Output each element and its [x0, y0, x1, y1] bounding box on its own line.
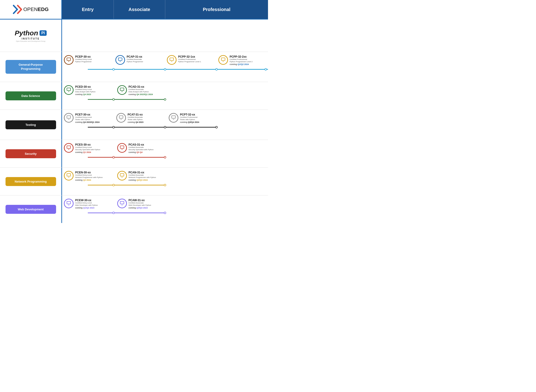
pcep-desc: Certified Entry-LevelPython Programmer [75, 58, 92, 63]
general-purpose-right [62, 19, 268, 52]
pcaw-desc: Certified AssociateWeb Developer with Py… [128, 202, 151, 207]
python-institute-logo: Python PI INSTITUTE Open Education and D… [15, 29, 47, 42]
pcen-desc: Certified Entry-LevelNetwork Programmer … [75, 174, 103, 179]
pcpp2-coming: coming Q1/Q2 2024 [230, 63, 253, 65]
row-security: Security PI PCES-30-xx Certified [0, 140, 268, 168]
testing-certs: PI PCET-30-xx Certified Entry-LevelTeste… [62, 110, 268, 140]
pcat-badge: PI [116, 113, 126, 123]
pcpp2-badge: PI [218, 55, 228, 65]
pcpt-code: PCPT-32-xx [180, 113, 199, 116]
cat-general-label-cell: General-PurposeProgramming [0, 52, 62, 82]
cert-pcpp1: PI PCPP-32-1xx Certified ProfessionalPyt… [165, 55, 217, 65]
pcaw-code: PCAW-31-xx [128, 199, 151, 202]
pcpp1-desc: Certified ProfessionalPython Programmer … [178, 58, 201, 63]
openedg-logo: OPENEDG [13, 5, 48, 14]
row-testing: Testing PI PCET-30-xx Certified E [0, 110, 268, 140]
cert-pcew: PI PCEW-30-xx Certified Entry-LevelWeb D… [62, 199, 115, 209]
pcan-desc: Certified AssociateNetwork Programmer wi… [128, 174, 156, 179]
pcad-desc: Certified AssociateData Analyst with Pyt… [128, 89, 153, 93]
pcad-code: PCAD-31-xx [128, 85, 153, 89]
cat-testing-label: Testing [5, 120, 56, 129]
pcet-code: PCET-30-xx [75, 113, 100, 116]
pcew-code: PCEW-30-xx [75, 199, 98, 202]
pcpt-badge: PI [169, 113, 178, 123]
pces-badge: PI [64, 143, 74, 153]
general-certs: PI PCEP-30-xx Certified Entry-LevelPytho… [62, 52, 268, 82]
institute-subtitle: Open Education and Development Group [15, 40, 47, 42]
cert-pcep: PI PCEP-30-xx Certified Entry-LevelPytho… [62, 55, 114, 65]
row-network: Network Programming PI PCEN-30-xx [0, 168, 268, 196]
app-container: OPENEDG Entry Associate Professional Pyt… [0, 0, 268, 223]
pcew-desc: Certified Entry-LevelWeb Developer with … [75, 202, 98, 207]
institute-label: INSTITUTE [15, 37, 47, 40]
pced-code: PCED-30-xx [75, 85, 96, 89]
pcew-badge: PI [64, 199, 74, 208]
pcen-badge: PI [64, 171, 74, 181]
pcas-code: PCAS-31-xx [128, 143, 154, 146]
general-timeline [62, 67, 268, 71]
cat-datascience-label: Data Science [5, 91, 56, 100]
pcpt-desc: Certified ProfessionalTester with Python [180, 116, 199, 121]
brand-text: OPENEDG [23, 6, 48, 12]
pcen-coming: coming Q2 2024 [75, 179, 103, 181]
cat-web-label: Web Development [5, 205, 56, 214]
pcep-code: PCEP-30-xx [75, 55, 92, 58]
web-certs: PI PCEW-30-xx Certified Entry-LevelWeb D… [62, 196, 268, 223]
cert-pcet: PI PCET-30-xx Certified Entry-LevelTeste… [62, 113, 114, 123]
pcpt-coming: coming Q3/Q4 2024 [180, 121, 199, 123]
cat-network-label: Network Programming [5, 177, 56, 186]
svg-line-1 [14, 9, 17, 13]
brand-edg: EDG [38, 6, 49, 12]
pced-desc: Certified Entry-LevelData Analyst with P… [75, 89, 96, 93]
pcad-coming: coming Q4 2023/Q1 2024 [128, 93, 153, 96]
cert-pcad: PI PCAD-31-xx Certified AssociateData An… [115, 85, 169, 96]
pcat-desc: Certified AssociateTester with Python [128, 116, 143, 121]
python-logo-cell: Python PI INSTITUTE Open Education and D… [0, 19, 62, 52]
pcpp1-code: PCPP-32-1xx [178, 55, 201, 58]
pcpp2-desc: Certified ProfessionalPython Programmer … [230, 58, 253, 63]
datascience-certs: PI PCED-30-xx Certified Entry-LevelData … [62, 82, 268, 110]
pcap-badge: PI [115, 55, 125, 65]
pcan-code: PCAN-31-xx [128, 171, 156, 174]
pcas-badge: PI [117, 143, 127, 153]
brand-open: OPEN [23, 6, 38, 12]
pcan-badge: PI [117, 171, 127, 181]
logo-area: OPENEDG [0, 0, 62, 19]
pcet-desc: Certified Entry-LevelTester with Python [75, 116, 100, 121]
cert-pced: PI PCED-30-xx Certified Entry-LevelData … [62, 85, 115, 96]
cat-web-label-cell: Web Development [0, 196, 62, 223]
pi-badge: PI [39, 30, 47, 36]
cert-pcat: PI PCAT-31-xx Certified AssociateTester … [114, 113, 167, 123]
python-institute-row: Python PI INSTITUTE Open Education and D… [0, 19, 268, 52]
pced-coming: coming Q4 2023 [75, 93, 96, 96]
cert-pcap: PI PCAP-31-xx Certified AssociatePython … [114, 55, 165, 65]
cert-pcas: PI PCAS-31-xx Certified AssociateSecurit… [115, 143, 169, 153]
testing-timeline [62, 125, 268, 129]
cert-pcaw: PI PCAW-31-xx Certified AssociateWeb Dev… [115, 199, 169, 209]
pcpp1-badge: PI [167, 55, 176, 65]
cat-datascience-label-cell: Data Science [0, 82, 62, 110]
pcas-coming: coming Q3 Q4 [128, 151, 154, 153]
row-web: Web Development PI PCEW-30-xx Cer [0, 196, 268, 223]
col-headers: Entry Associate Professional [62, 0, 268, 19]
network-certs: PI PCEN-30-xx Certified Entry-LevelNetwo… [62, 168, 268, 195]
x-logo-mark [13, 5, 22, 14]
cert-pces: PI PCES-30-xx Certified Entry-LevelSecur… [62, 143, 115, 153]
cat-network-label-cell: Network Programming [0, 168, 62, 195]
cert-pcen: PI PCEN-30-xx Certified Entry-LevelNetwo… [62, 171, 115, 181]
pcep-badge: PI [64, 55, 74, 65]
pcen-code: PCEN-30-xx [75, 171, 103, 174]
pcap-desc: Certified AssociatePython Programmer [127, 58, 143, 63]
pcap-code: PCAP-31-xx [127, 55, 143, 58]
security-certs: PI PCES-30-xx Certified Entry-LevelSecur… [62, 140, 268, 168]
security-timeline [62, 155, 268, 159]
pcaw-coming: coming Q3/Q4 2024 [128, 207, 151, 209]
cert-pcan: PI PCAN-31-xx Certified AssociateNetwork… [115, 171, 169, 181]
header: OPENEDG Entry Associate Professional [0, 0, 268, 19]
col-professional-header: Professional [165, 0, 268, 19]
pces-coming: coming Q1 2024 [75, 151, 100, 153]
web-timeline [62, 211, 268, 215]
svg-line-2 [18, 5, 21, 9]
network-timeline [62, 183, 268, 187]
pcan-coming: coming Q2/Q3 2024 [128, 179, 156, 181]
